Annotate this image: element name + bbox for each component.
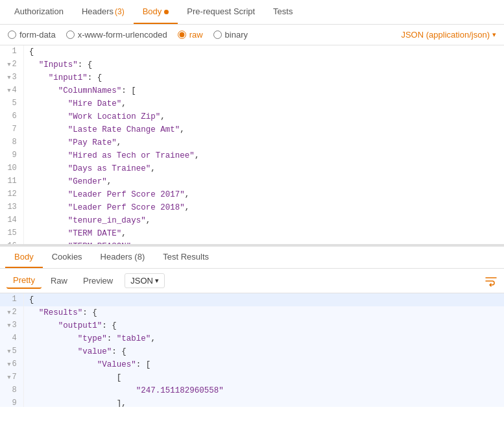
line-number: 7: [0, 123, 24, 136]
format-button-raw[interactable]: Raw: [44, 273, 74, 288]
line-number: 4: [0, 332, 24, 345]
line-text: "output1": {: [24, 319, 504, 332]
line-text: "TERM REASON": [24, 240, 504, 247]
code-line: 5 "Hire Date",: [0, 97, 504, 110]
code-line: 16 "TERM REASON": [0, 240, 504, 247]
code-line: 7 "Laste Rate Change Amt",: [0, 123, 504, 136]
code-line: ▼2 "Results": {: [0, 306, 504, 319]
body-option-form-data[interactable]: form-data: [8, 30, 56, 40]
line-text: "Inputs": {: [24, 58, 504, 71]
code-line: ▼7 [: [0, 371, 504, 384]
chevron-down-icon: ▾: [492, 31, 496, 39]
code-line: ▼3 "input1": {: [0, 71, 504, 84]
line-text: {: [24, 293, 504, 306]
line-text: "Gender",: [24, 175, 504, 188]
line-text: "Results": {: [24, 306, 504, 319]
line-number: 1: [0, 45, 24, 58]
response-tab-test-results[interactable]: Test Results: [154, 247, 218, 268]
response-tab-body[interactable]: Body: [5, 247, 43, 268]
json-format-dropdown[interactable]: JSON▾: [125, 273, 165, 288]
line-text: "Leader Perf Score 2017",: [24, 188, 504, 201]
code-line: 1{: [0, 45, 504, 58]
format-options-row: PrettyRawPreviewJSON▾: [0, 269, 504, 293]
line-number: 8: [0, 136, 24, 149]
top-tab-authorization[interactable]: Authorization: [5, 0, 73, 24]
line-text: "Pay Rate",: [24, 136, 504, 149]
code-line: 4 "type": "table",: [0, 332, 504, 345]
body-option-radio[interactable]: [213, 31, 222, 39]
line-number: 10: [0, 162, 24, 175]
line-number: 13: [0, 201, 24, 214]
line-number: ▼2: [0, 306, 24, 319]
body-option-label: form-data: [19, 30, 56, 40]
line-text: "Laste Rate Change Amt",: [24, 123, 504, 136]
top-tab-body[interactable]: Body: [134, 0, 178, 24]
line-number: ▼6: [0, 358, 24, 371]
request-body-editor[interactable]: 1{▼2 "Inputs": {▼3 "input1": {▼4 "Column…: [0, 45, 504, 247]
body-option-x-www-form-urlencoded[interactable]: x-www-form-urlencoded: [66, 30, 167, 40]
line-number: 11: [0, 175, 24, 188]
code-line: 14 "tenure_in_days",: [0, 214, 504, 227]
line-number: 5: [0, 97, 24, 110]
line-text: [: [24, 371, 504, 384]
top-tab-pre-request-script[interactable]: Pre-request Script: [178, 0, 264, 24]
line-number: ▼4: [0, 84, 24, 97]
code-line: 8 "247.151182960558": [0, 384, 504, 397]
line-text: "type": "table",: [24, 332, 504, 345]
line-number: 16: [0, 240, 24, 247]
wrap-lines-icon[interactable]: [485, 275, 498, 288]
code-line: 10 "Days as Trainee",: [0, 162, 504, 175]
code-line: 12 "Leader Perf Score 2017",: [0, 188, 504, 201]
tab-badge: (3): [115, 7, 125, 16]
code-line: 11 "Gender",: [0, 175, 504, 188]
code-line: 9 ],: [0, 397, 504, 407]
body-option-label: binary: [225, 30, 248, 40]
line-text: ],: [24, 397, 504, 407]
response-code-lines: 1{▼2 "Results": {▼3 "output1": {4 "type"…: [0, 293, 504, 407]
code-line: ▼5 "value": {: [0, 345, 504, 358]
format-button-pretty[interactable]: Pretty: [6, 273, 42, 289]
body-option-radio[interactable]: [178, 31, 186, 39]
format-button-preview[interactable]: Preview: [77, 273, 119, 288]
code-line: 8 "Pay Rate",: [0, 136, 504, 149]
line-text: "247.151182960558": [24, 384, 504, 397]
code-line: ▼4 "ColumnNames": [: [0, 84, 504, 97]
tab-dot-indicator: [164, 10, 169, 14]
response-tabs-bar: BodyCookiesHeaders (8)Test Results: [0, 247, 504, 269]
response-body-viewer[interactable]: 1{▼2 "Results": {▼3 "output1": {4 "type"…: [0, 293, 504, 407]
body-option-radio[interactable]: [66, 31, 75, 39]
body-option-raw[interactable]: raw: [178, 30, 203, 40]
code-line: 1{: [0, 293, 504, 306]
body-option-binary[interactable]: binary: [213, 30, 248, 40]
top-tab-tests[interactable]: Tests: [264, 0, 302, 24]
line-text: "input1": {: [24, 71, 504, 84]
chevron-down-icon: ▾: [155, 276, 159, 285]
line-number: 1: [0, 293, 24, 306]
line-text: "Hired as Tech or Trainee",: [24, 149, 504, 162]
line-number: 12: [0, 188, 24, 201]
line-number: ▼3: [0, 319, 24, 332]
code-line: 13 "Leader Perf Score 2018",: [0, 201, 504, 214]
body-option-label: x-www-form-urlencoded: [78, 30, 167, 40]
line-number: ▼2: [0, 58, 24, 71]
body-option-radio[interactable]: [8, 31, 16, 39]
line-text: "Days as Trainee",: [24, 162, 504, 175]
body-options-row: form-datax-www-form-urlencodedrawbinaryJ…: [0, 25, 504, 45]
line-text: "value": {: [24, 345, 504, 358]
line-number: 9: [0, 397, 24, 407]
response-tab-headers--8-[interactable]: Headers (8): [91, 247, 154, 268]
code-line: 6 "Work Location Zip",: [0, 110, 504, 123]
line-number: 9: [0, 149, 24, 162]
line-text: "Values": [: [24, 358, 504, 371]
json-type-dropdown[interactable]: JSON (application/json)▾: [401, 30, 496, 40]
line-text: "ColumnNames": [: [24, 84, 504, 97]
code-line: 9 "Hired as Tech or Trainee",: [0, 149, 504, 162]
response-tab-cookies[interactable]: Cookies: [43, 247, 91, 268]
json-format-label: JSON: [130, 276, 153, 286]
top-tab-headers[interactable]: Headers(3): [73, 0, 134, 24]
top-tabs-bar: AuthorizationHeaders(3)BodyPre-request S…: [0, 0, 504, 25]
line-text: "Hire Date",: [24, 97, 504, 110]
line-text: "TERM DATE",: [24, 227, 504, 240]
line-text: "Work Location Zip",: [24, 110, 504, 123]
line-text: "Leader Perf Score 2018",: [24, 201, 504, 214]
